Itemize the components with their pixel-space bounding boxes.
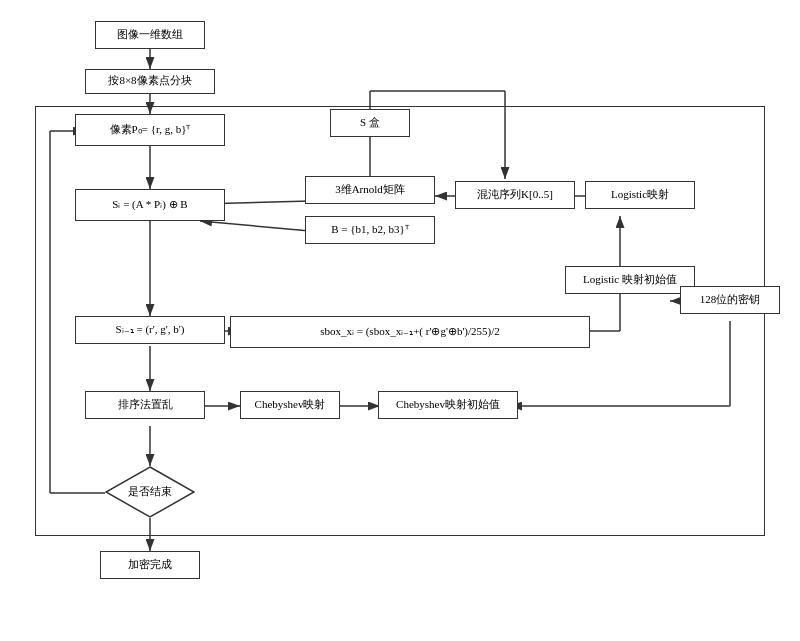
s-transform-box: Sᵢ = (A * Pᵢ) ⊕ B: [75, 189, 225, 221]
sort-scramble-box: 排序法置乱: [85, 391, 205, 419]
b-vector-box: B = {b1, b2, b3}ᵀ: [305, 216, 435, 244]
sbox-formula-box: sbox_xᵢ = (sbox_xᵢ₋₁+( r'⊕g'⊕b')/255)/2: [230, 316, 590, 348]
done-box: 加密完成: [100, 551, 200, 579]
chebyshev-box: Chebyshev映射: [240, 391, 340, 419]
chaos-seq-box: 混沌序列K[0..5]: [455, 181, 575, 209]
block-8x8-box: 按8×8像素点分块: [85, 69, 215, 94]
s-result-box: Sᵢ₋₁ = (r', g', b'): [75, 316, 225, 344]
arnold-box: 3维Arnold矩阵: [305, 176, 435, 204]
pixel-box: 像素P₀= {r, g, b}ᵀ: [75, 114, 225, 146]
chebyshev-init-box: Chebyshev映射初始值: [378, 391, 518, 419]
flowchart: 图像一维数组 按8×8像素点分块 像素P₀= {r, g, b}ᵀ S 盒 3维…: [20, 11, 780, 631]
key-128-box: 128位的密钥: [680, 286, 780, 314]
s-box: S 盒: [330, 109, 410, 137]
logistic-map-box: Logistic映射: [585, 181, 695, 209]
image-array-box: 图像一维数组: [95, 21, 205, 49]
logistic-init-box: Logistic 映射初始值: [565, 266, 695, 294]
end-diamond: 是否结束: [105, 466, 195, 518]
